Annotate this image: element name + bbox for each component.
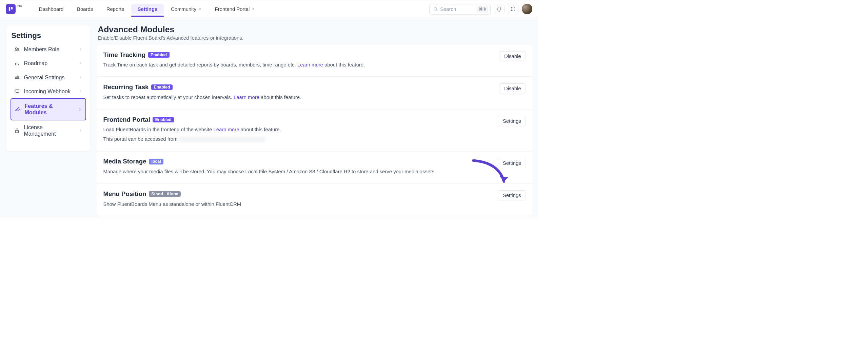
module-actions: Settings: [498, 158, 526, 168]
notification-button[interactable]: [494, 4, 505, 14]
avatar[interactable]: [522, 4, 532, 14]
sidebar-item-label: Incoming Webhook: [24, 88, 71, 95]
module-title: Frontend Portal: [103, 116, 150, 123]
svg-rect-10: [15, 130, 18, 133]
svg-point-4: [17, 48, 19, 50]
external-link-icon: [198, 6, 201, 12]
nav-label: Reports: [106, 6, 124, 12]
sidebar-item-features-modules[interactable]: Features & Modules: [11, 98, 86, 120]
module-card: Time Tracking Enabled Track Time on each…: [97, 45, 532, 77]
sidebar-item-label: Roadmap: [24, 60, 47, 66]
sidebar-item-label: Features & Modules: [24, 103, 74, 116]
module-card: Recurring Task Enabled Set tasks to repe…: [97, 77, 532, 109]
blurred-url: [179, 137, 265, 142]
status-badge: Enabled: [148, 52, 170, 57]
sidebar-item-license-management[interactable]: License Management: [11, 120, 86, 141]
status-badge: local: [149, 159, 163, 164]
module-action-button[interactable]: Settings: [498, 116, 526, 126]
module-description: Show FluentBoards Menu as standalone or …: [103, 200, 241, 208]
nav-settings[interactable]: Settings: [131, 4, 164, 14]
page-header: Advanced Modules Enable/Disable Fluent B…: [97, 25, 532, 40]
module-actions: Disable: [499, 83, 526, 94]
module-left: Menu Position Stand - Alone Show FluentB…: [103, 190, 241, 208]
nav-boards[interactable]: Boards: [71, 4, 99, 14]
module-actions: Disable: [499, 51, 526, 61]
module-left: Recurring Task Enabled Set tasks to repe…: [103, 83, 301, 101]
svg-point-2: [434, 7, 437, 10]
page-subtitle: Enable/Disable Fluent Board's Advanced f…: [98, 35, 532, 41]
tool-icon: [15, 106, 20, 112]
module-title: Time Tracking: [103, 51, 145, 59]
nav-label: Boards: [77, 6, 93, 12]
modules-list: Time Tracking Enabled Track Time on each…: [97, 45, 532, 216]
learn-more-link[interactable]: Learn more: [297, 62, 323, 67]
module-card: Frontend Portal Enabled Load FluentBoard…: [97, 110, 532, 151]
page-title: Advanced Modules: [98, 25, 532, 34]
sidebar-item-members-role[interactable]: Members Role: [11, 42, 86, 56]
page-wrap: Settings Members Role Roadmap General Se…: [0, 18, 538, 217]
svg-point-7: [18, 78, 19, 79]
status-badge: Enabled: [151, 84, 173, 90]
search-input[interactable]: Search ⌘ k: [429, 4, 491, 15]
module-title-row: Frontend Portal Enabled: [103, 116, 281, 123]
learn-more-link[interactable]: Learn more: [213, 127, 239, 132]
logo[interactable]: Pro: [6, 4, 22, 14]
learn-more-link[interactable]: Learn more: [234, 95, 259, 100]
svg-rect-0: [9, 7, 10, 11]
nav-reports[interactable]: Reports: [100, 4, 130, 14]
sidebar-item-general-settings[interactable]: General Settings: [11, 71, 86, 84]
sidebar-item-label: Members Role: [24, 46, 59, 53]
svg-rect-1: [11, 7, 13, 9]
module-description: Set tasks to repeat automatically at you…: [103, 94, 301, 101]
nav-links: Dashboard Boards Reports Settings Commun…: [33, 0, 261, 18]
chart-icon: [14, 61, 20, 66]
status-badge: Enabled: [153, 117, 174, 122]
external-link-icon: [251, 6, 255, 12]
lock-icon: [14, 128, 20, 133]
topnav: Pro Dashboard Boards Reports Settings Co…: [0, 0, 538, 18]
module-title-row: Recurring Task Enabled: [103, 83, 301, 91]
status-badge: Stand - Alone: [149, 191, 181, 197]
module-title-row: Time Tracking Enabled: [103, 51, 365, 59]
module-extra-line: This portal can be accessed from: [103, 135, 281, 143]
module-action-button[interactable]: Settings: [498, 190, 526, 200]
module-left: Time Tracking Enabled Track Time on each…: [103, 51, 365, 69]
logo-icon: [8, 6, 13, 12]
module-action-button[interactable]: Settings: [498, 158, 526, 168]
svg-point-3: [15, 47, 17, 49]
sidebar-item-label: License Management: [24, 124, 74, 137]
nav-label: Settings: [138, 6, 158, 12]
module-actions: Settings: [498, 116, 526, 126]
module-description: Load FluentBoards in the frontend of the…: [103, 126, 281, 134]
nav-frontend-portal[interactable]: Frontend Portal: [209, 4, 261, 14]
sidebar-title: Settings: [11, 31, 86, 40]
module-card: Media Storage local Manage where your me…: [97, 152, 532, 183]
module-action-button[interactable]: Disable: [499, 51, 526, 61]
svg-point-6: [16, 77, 17, 78]
sidebar-item-label: General Settings: [24, 74, 64, 81]
nav-community[interactable]: Community: [164, 4, 208, 14]
fullscreen-button[interactable]: [508, 4, 518, 14]
module-actions: Settings: [498, 190, 526, 200]
sidebar-item-roadmap[interactable]: Roadmap: [11, 56, 86, 70]
chevron-right-icon: [79, 46, 82, 53]
search-icon: [433, 7, 438, 12]
module-card: Menu Position Stand - Alone Show FluentB…: [97, 184, 532, 216]
module-description: Manage where your media files will be st…: [103, 168, 434, 176]
module-action-button[interactable]: Disable: [499, 83, 526, 94]
chevron-right-icon: [79, 88, 82, 95]
nav-label: Community: [171, 6, 196, 12]
module-title-row: Media Storage local: [103, 158, 434, 165]
sidebar-item-incoming-webhook[interactable]: Incoming Webhook: [11, 84, 86, 98]
nav-dashboard[interactable]: Dashboard: [33, 4, 70, 14]
topnav-right: Search ⌘ k: [429, 4, 532, 15]
module-title-row: Menu Position Stand - Alone: [103, 190, 241, 198]
chevron-right-icon: [78, 106, 82, 113]
nav-label: Dashboard: [39, 6, 64, 12]
module-left: Frontend Portal Enabled Load FluentBoard…: [103, 116, 281, 143]
main-content: Advanced Modules Enable/Disable Fluent B…: [97, 25, 532, 216]
module-description: Track Time on each task and get detailed…: [103, 61, 365, 69]
bell-icon: [496, 6, 502, 12]
settings-sidebar: Settings Members Role Roadmap General Se…: [6, 25, 91, 152]
logo-mark: [6, 4, 16, 14]
